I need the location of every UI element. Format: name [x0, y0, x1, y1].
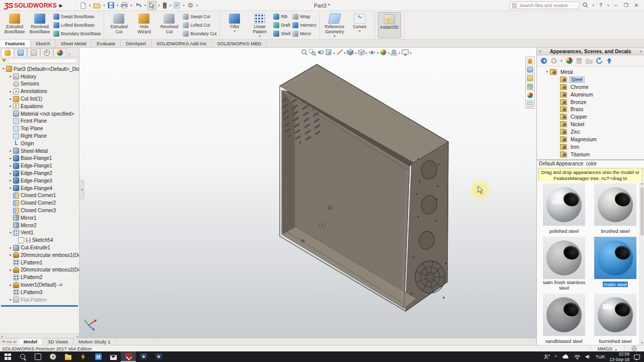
- tree-item-20mmcircular-emboss1-default-[interactable]: ▸ 20mmcircular emboss1(Default) ->: [1, 251, 79, 259]
- tab-evaluate[interactable]: Evaluate: [92, 40, 121, 47]
- draft-button[interactable]: Draft: [273, 22, 290, 29]
- tree-item-sensors[interactable]: Sensors: [1, 80, 79, 88]
- scrollbar-thumb[interactable]: [640, 188, 643, 235]
- fm-tabs-more-icon[interactable]: ›: [68, 52, 70, 57]
- tree-item-edge-flange2[interactable]: ▸ Edge-Flange2: [1, 169, 79, 177]
- linear-pattern-button[interactable]: Linear Pattern▾: [248, 12, 271, 38]
- fillet-button[interactable]: Fillet▾: [223, 12, 246, 38]
- fm-tab-configurationmanager-icon[interactable]: [27, 48, 40, 57]
- thumbnail-brushed-steel[interactable]: brushed steel: [592, 184, 639, 235]
- tree-item-vent1[interactable]: ▾ Vent1: [1, 229, 79, 237]
- tree-item-sheet-metal[interactable]: ▸ Sheet-Metal: [1, 147, 79, 155]
- select-cursor-icon[interactable]: [147, 1, 156, 10]
- taskbar-app-lightning-app[interactable]: [75, 351, 91, 362]
- tree-item-base-flange1[interactable]: ▸ Base-Flange1: [1, 155, 79, 162]
- rebuild-traffic-light-icon[interactable]: [162, 1, 168, 10]
- tree-item-flat-pattern[interactable]: ▸ Flat-Pattern: [1, 296, 79, 304]
- volume-icon[interactable]: [585, 354, 591, 359]
- expand-arrow-icon[interactable]: ▸: [8, 164, 13, 168]
- fm-tab-displaymanager-icon[interactable]: [53, 48, 66, 57]
- options-list-icon[interactable]: [173, 1, 181, 10]
- tree-item-lpattern1[interactable]: LPattern1: [1, 259, 79, 266]
- boundary-boss-base-button[interactable]: Boundary Boss/Base: [53, 30, 101, 37]
- taskbar-app-file-explorer[interactable]: [60, 351, 75, 362]
- expand-arrow-icon[interactable]: ▸: [8, 178, 13, 183]
- material-copper[interactable]: Copper: [537, 113, 644, 121]
- tree-item-lpattern3[interactable]: LPattern3: [1, 289, 79, 296]
- tree-item-edge-flange4[interactable]: ▸ Edge-Flange4: [1, 185, 79, 192]
- extruded-boss-base-button[interactable]: Extruded Boss/Base: [3, 12, 26, 38]
- taskbar-app-chrome[interactable]: [45, 351, 60, 362]
- tree-item-mirror1[interactable]: Mirror1: [1, 214, 79, 222]
- tab-sketch[interactable]: Sketch: [31, 40, 56, 47]
- people-icon[interactable]: [544, 354, 550, 360]
- tab-model[interactable]: Model: [19, 338, 43, 345]
- settings-gear-icon-caret[interactable]: ▾: [196, 4, 198, 8]
- tree-item-lpattern2[interactable]: LPattern2: [1, 274, 79, 281]
- tree-item-history[interactable]: ▸ History: [1, 73, 79, 80]
- new-document-icon-caret[interactable]: ▾: [89, 4, 91, 8]
- tree-item-annotations[interactable]: ▸ A Annotations: [1, 87, 79, 95]
- taskbar-app-start[interactable]: [0, 351, 15, 362]
- select-cursor-icon-caret[interactable]: ▾: [158, 4, 160, 8]
- open-icon[interactable]: [92, 1, 102, 10]
- rollback-bar[interactable]: [1, 305, 78, 307]
- lofted-boss-base-button[interactable]: Lofted Boss/Base: [53, 22, 101, 29]
- tree-filter[interactable]: [0, 57, 79, 64]
- material-steel[interactable]: Steel: [537, 76, 644, 83]
- save-icon[interactable]: [107, 1, 115, 10]
- close-button[interactable]: ✕: [633, 3, 640, 8]
- new-document-icon[interactable]: [79, 1, 88, 10]
- settings-gear-icon[interactable]: [186, 1, 195, 10]
- expand-arrow-icon[interactable]: ▸: [8, 74, 13, 78]
- language-indicator[interactable]: TUR: [596, 354, 605, 359]
- search-icon[interactable]: [582, 2, 589, 9]
- hole-wizard-button[interactable]: Hole Wizard: [132, 12, 155, 38]
- expand-arrow-icon[interactable]: ▸: [8, 104, 13, 108]
- forward-icon[interactable]: [550, 57, 557, 64]
- shell-button[interactable]: Shell: [273, 30, 290, 37]
- tree-item-equations[interactable]: ▸ Σ Equations: [1, 103, 79, 110]
- thumbnail-polished-steel[interactable]: polished steel: [540, 184, 588, 235]
- material-nickel[interactable]: Nickel: [537, 121, 644, 128]
- material-bronze[interactable]: Bronze: [537, 99, 644, 106]
- prev-tab-icon[interactable]: ◂: [6, 340, 9, 344]
- tree-item-20mmcircular-emboss2-default-[interactable]: ▸ 20mmcircular emboss2(Default) ->: [1, 266, 79, 274]
- tree-item-closed-corner2[interactable]: Closed Corner2: [1, 199, 79, 207]
- open-icon-caret[interactable]: ▾: [103, 4, 105, 8]
- expand-arrow-icon[interactable]: ▸: [8, 186, 13, 190]
- expand-arrow-icon[interactable]: ▸: [8, 268, 13, 272]
- swept-boss-base-button[interactable]: Swept Boss/Base: [53, 13, 101, 20]
- lofted-cut-button[interactable]: Lofted Cut: [183, 22, 216, 29]
- side-tab-view-palette[interactable]: [526, 82, 534, 91]
- thumbnail-burnished-steel[interactable]: burnished steel: [592, 294, 639, 345]
- extruded-cut-button[interactable]: Extruded Cut: [107, 12, 130, 38]
- first-tab-icon[interactable]: ⏮: [2, 340, 6, 344]
- status-globe-icon[interactable]: [631, 346, 637, 351]
- taskbar-app-sw-tool-2[interactable]: [151, 351, 166, 362]
- tree-root-part3[interactable]: ▾ Part3 (Default<<Default>_Display State: [1, 65, 79, 73]
- onedrive-icon[interactable]: [561, 354, 570, 359]
- tree-item-top-plane[interactable]: Top Plane: [1, 125, 79, 132]
- expand-arrow-icon[interactable]: ▸: [8, 253, 13, 257]
- next-tab-icon[interactable]: ▸: [10, 340, 13, 344]
- appearance-ball-icon[interactable]: [566, 57, 573, 64]
- filter-input[interactable]: [8, 58, 77, 63]
- flyout-caret-icon[interactable]: ▾: [259, 35, 261, 37]
- tree-item-front-plane[interactable]: Front Plane: [1, 118, 79, 125]
- material-titanium[interactable]: Titanium: [537, 151, 644, 158]
- tree-item-edge-flange3[interactable]: ▸ Edge-Flange3: [1, 177, 79, 185]
- material-zinc[interactable]: Zinc: [537, 128, 644, 136]
- expand-arrow-icon[interactable]: ▸: [8, 283, 13, 287]
- tab-solidworks-add-ins[interactable]: SOLIDWORKS Add-Ins: [151, 40, 212, 47]
- up-arrow-icon[interactable]: [606, 57, 613, 64]
- taskbar-app-search[interactable]: [15, 351, 30, 362]
- tab-motion-study-1[interactable]: Motion Study 1: [73, 338, 116, 345]
- taskbar-app-solidworks[interactable]: [121, 351, 136, 362]
- flyout-caret-icon[interactable]: ▾: [359, 30, 361, 32]
- side-tab-appearances[interactable]: [526, 91, 534, 100]
- tab-solidworks-mbd[interactable]: SOLIDWORKS MBD: [212, 40, 267, 47]
- save-icon-caret[interactable]: ▾: [117, 4, 119, 8]
- material-brass[interactable]: Brass: [537, 106, 644, 113]
- material-iron[interactable]: Iron: [537, 143, 644, 151]
